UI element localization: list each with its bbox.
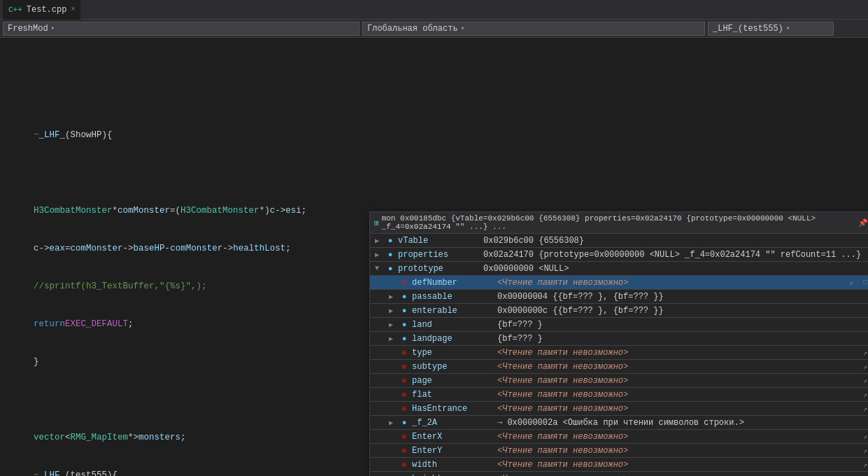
watch-row[interactable]: ▶ ● passable 0x00000004 {{bf=??? }, {bf=… bbox=[370, 290, 868, 304]
watch-row-icon: ● bbox=[384, 237, 397, 245]
watch-action-icon[interactable]: ↗ bbox=[858, 377, 868, 385]
row-expander[interactable]: ▶ bbox=[370, 321, 398, 329]
watch-row-value: <Чтение памяти невозможно> bbox=[495, 376, 858, 386]
watch-error-icon: ⊗ bbox=[398, 446, 411, 455]
watch-row-value: <Чтение памяти невозможно> bbox=[495, 460, 858, 470]
module-dropdown-arrow: ▾ bbox=[51, 24, 55, 32]
watch-action-icon[interactable]: ↗ bbox=[858, 433, 868, 441]
function-dropdown-value: _LHF_(test555) bbox=[713, 24, 783, 34]
watch-row-value: 0x00000000 <NULL> bbox=[481, 264, 868, 274]
popup-pin-icon[interactable]: 📌 bbox=[858, 218, 868, 227]
watch-row-name: prototype bbox=[397, 264, 481, 274]
watch-error-icon: ⊗ bbox=[398, 278, 411, 287]
watch-row-value: 0x0000000c {{bf=??? }, {bf=??? }} bbox=[495, 306, 868, 316]
popup-expand-icon[interactable]: ⊞ bbox=[374, 218, 379, 227]
title-bar: C++ Test.cpp × bbox=[0, 0, 868, 20]
watch-row[interactable]: ⊗ subtype <Чтение памяти невозможно> ↗ bbox=[370, 360, 868, 374]
watch-row-name: defNumber bbox=[411, 278, 495, 288]
row-expander[interactable]: ▶ bbox=[370, 307, 398, 315]
watch-row-name: width bbox=[411, 460, 495, 470]
watch-action-icon[interactable]: ↗ bbox=[858, 447, 868, 455]
watch-row[interactable]: ⊗ EnterY <Чтение памяти невозможно> ↗ bbox=[370, 444, 868, 458]
module-dropdown-value: FreshMod bbox=[8, 24, 48, 34]
watch-row[interactable]: ▶ ● landpage {bf=??? } bbox=[370, 332, 868, 346]
function-dropdown-arrow: ▾ bbox=[786, 24, 790, 32]
watch-action-icon[interactable]: ↗ bbox=[858, 363, 868, 371]
watch-row-value: 0x029b6c00 {6556308} bbox=[481, 236, 868, 246]
watch-row-value: 0x00000004 {{bf=??? }, {bf=??? }} bbox=[495, 292, 868, 302]
watch-row-value: {bf=??? } bbox=[495, 334, 868, 344]
watch-row-name: flat bbox=[411, 390, 495, 400]
watch-row-icon: ● bbox=[384, 265, 397, 273]
scope-dropdown-value: Глобальная область bbox=[367, 24, 458, 34]
watch-action-icon[interactable]: ↗ bbox=[858, 391, 868, 399]
watch-row-value: 0x02a24170 {prototype=0x00000000 <NULL> … bbox=[481, 250, 868, 260]
function-dropdown[interactable]: _LHF_(test555) ▾ bbox=[708, 22, 834, 36]
row-expander[interactable]: ▶ bbox=[370, 335, 398, 343]
watch-row-name: HasEntrance bbox=[411, 404, 495, 414]
watch-action-icon[interactable]: ↗ bbox=[858, 349, 868, 357]
watch-action-icon[interactable]: ↗ bbox=[844, 279, 858, 287]
fold-icon[interactable]: − bbox=[34, 469, 39, 476]
watch-action-icon[interactable]: ↗ bbox=[858, 461, 868, 469]
watch-row-name: EnterX bbox=[411, 432, 495, 442]
watch-row-name: EnterY bbox=[411, 446, 495, 456]
watch-row-name: _f_2A bbox=[411, 418, 495, 428]
watch-row-name: type bbox=[411, 348, 495, 358]
watch-row-value: <Чтение памяти невозможно> bbox=[495, 362, 858, 372]
watch-row[interactable]: ⊗ type <Чтение памяти невозможно> ↗ bbox=[370, 346, 868, 360]
watch-row[interactable]: ▼ ● prototype 0x00000000 <NULL> bbox=[370, 262, 868, 276]
row-expander[interactable]: ▼ bbox=[370, 265, 384, 272]
watch-tree: ▶ ● vTable 0x029b6c00 {6556308} ▶ ● prop… bbox=[370, 234, 868, 476]
watch-row-name: height bbox=[411, 474, 495, 477]
row-expander[interactable]: ▶ bbox=[370, 251, 384, 259]
watch-row[interactable]: ⊗ defNumber <Чтение памяти невозможно> ↗… bbox=[370, 276, 868, 290]
watch-row[interactable]: ⊗ height <Чтение памяти невозможно> ↗ bbox=[370, 472, 868, 476]
watch-error-icon: ⊗ bbox=[398, 460, 411, 469]
watch-row[interactable]: ⊗ EnterX <Чтение памяти невозможно> ↗ bbox=[370, 430, 868, 444]
watch-row[interactable]: ⊗ HasEntrance <Чтение памяти невозможно>… bbox=[370, 402, 868, 416]
watch-row[interactable]: ⊗ page <Чтение памяти невозможно> ↗ bbox=[370, 374, 868, 388]
file-tab[interactable]: C++ Test.cpp × bbox=[3, 0, 80, 20]
watch-row-value: <Чтение памяти невозможно> bbox=[495, 348, 858, 358]
watch-row[interactable]: ▶ ● properties 0x02a24170 {prototype=0x0… bbox=[370, 248, 868, 262]
toolbar: FreshMod ▾ Глобальная область ▾ _LHF_(te… bbox=[0, 20, 868, 38]
watch-row[interactable]: ⊗ flat <Чтение памяти невозможно> ↗ bbox=[370, 388, 868, 402]
watch-row[interactable]: ▶ ● _f_2A → 0x0000002a <Ошибка при чтени… bbox=[370, 416, 868, 430]
watch-row-value: → 0x0000002a <Ошибка при чтении символов… bbox=[495, 418, 868, 428]
scope-dropdown-arrow: ▾ bbox=[461, 24, 464, 32]
watch-action-icon[interactable]: ↗ bbox=[858, 405, 868, 413]
watch-row-icon: ● bbox=[398, 307, 411, 315]
watch-row-name: landpage bbox=[411, 334, 495, 344]
popup-header: ⊞ mon 0x00185dbc {vTable=0x029b6c00 {655… bbox=[370, 212, 868, 234]
watch-row[interactable]: ▶ ● land {bf=??? } bbox=[370, 318, 868, 332]
watch-row-name: vTable bbox=[397, 236, 481, 246]
watch-row-name: enterable bbox=[411, 306, 495, 316]
line-gutter bbox=[0, 38, 28, 476]
watch-row-value: <Чтение памяти невозможно> bbox=[495, 404, 858, 414]
watch-row-icon: ● bbox=[398, 321, 411, 329]
watch-row-icon: ● bbox=[384, 251, 397, 259]
watch-collapse-icon[interactable]: □ bbox=[858, 279, 868, 286]
popup-header-text: mon 0x00185dbc {vTable=0x029b6c00 {65563… bbox=[382, 214, 854, 231]
watch-row[interactable]: ⊗ width <Чтение памяти невозможно> ↗ bbox=[370, 458, 868, 472]
watch-row-icon: ● bbox=[398, 419, 411, 427]
watch-row-name: subtype bbox=[411, 362, 495, 372]
watch-row-name: properties bbox=[397, 250, 481, 260]
scope-dropdown[interactable]: Глобальная область ▾ bbox=[362, 22, 705, 36]
row-expander[interactable]: ▶ bbox=[370, 293, 398, 301]
code-area[interactable]: −_LHF_(ShowHP){ H3CombatMonster *comMons… bbox=[28, 38, 868, 476]
watch-row[interactable]: ▶ ● enterable 0x0000000c {{bf=??? }, {bf… bbox=[370, 304, 868, 318]
close-tab-icon[interactable]: × bbox=[71, 6, 75, 13]
watch-row[interactable]: ▶ ● vTable 0x029b6c00 {6556308} bbox=[370, 234, 868, 248]
fold-icon[interactable]: − bbox=[34, 129, 39, 141]
tab-label: Test.cpp bbox=[27, 5, 67, 15]
editor-container: −_LHF_(ShowHP){ H3CombatMonster *comMons… bbox=[0, 38, 868, 476]
row-expander[interactable]: ▶ bbox=[370, 237, 384, 245]
watch-row-value: {bf=??? } bbox=[495, 320, 868, 330]
watch-error-icon: ⊗ bbox=[398, 376, 411, 385]
row-expander[interactable]: ▶ bbox=[370, 419, 398, 427]
cpp-icon: C++ bbox=[8, 6, 22, 14]
watch-row-value: <Чтение памяти невозможно> bbox=[495, 446, 858, 456]
module-dropdown[interactable]: FreshMod ▾ bbox=[3, 22, 360, 36]
